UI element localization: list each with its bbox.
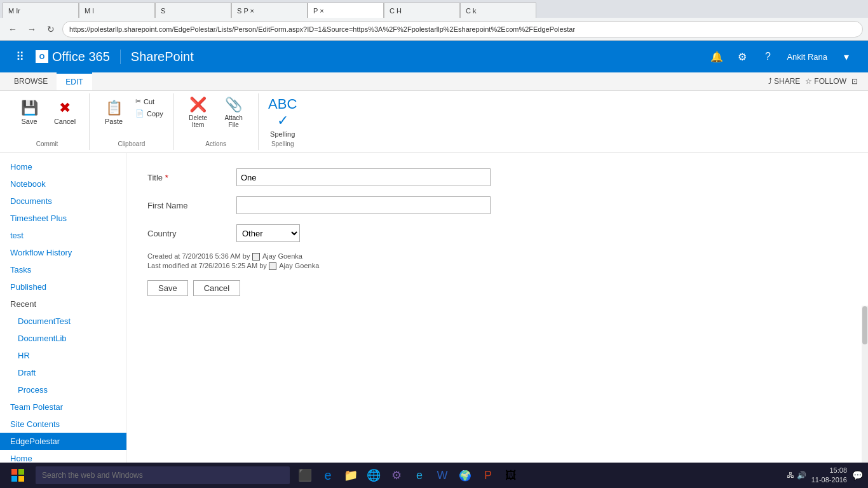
file-explorer-icon[interactable]: 📁 bbox=[341, 465, 361, 485]
address-bar[interactable] bbox=[62, 21, 863, 37]
sidebar-item-documentlib[interactable]: DocumentLib bbox=[0, 330, 126, 347]
sidebar-item-tasks[interactable]: Tasks bbox=[0, 261, 126, 278]
scrollbar-thumb[interactable] bbox=[862, 306, 867, 344]
star-icon: ☆ bbox=[805, 77, 812, 86]
sidebar-item-hr[interactable]: HR bbox=[0, 347, 126, 364]
chrome-icon[interactable]: 🌐 bbox=[363, 465, 384, 485]
spelling-button[interactable]: ABC✓ Spelling bbox=[266, 96, 299, 138]
taskbar: ⬛ e 📁 🌐 ⚙ e W 🌍 P 🖼 🖧 🔊 15:08 11-08-2016… bbox=[0, 463, 868, 488]
sidebar-item-process[interactable]: Process bbox=[0, 381, 126, 398]
actions-label: Actions bbox=[205, 139, 226, 147]
scrollbar-track[interactable] bbox=[862, 306, 868, 488]
ribbon-content: 💾 Save ✖ Cancel Commit 📋 Paste ✂ bbox=[0, 91, 868, 152]
refresh-button[interactable]: ↻ bbox=[43, 22, 58, 37]
ribbon-group-actions: ❌ DeleteItem 📎 AttachFile Actions bbox=[174, 93, 259, 150]
browser-tab-mail2[interactable]: M l bbox=[79, 3, 155, 18]
browser-tab-active[interactable]: P × bbox=[308, 3, 384, 18]
browser-tab-ck[interactable]: C k bbox=[460, 3, 536, 18]
firstname-label: First Name bbox=[147, 201, 236, 210]
user-name[interactable]: Ankit Rana bbox=[782, 52, 832, 62]
sidebar-item-draft[interactable]: Draft bbox=[0, 364, 126, 381]
taskbar-date-value: 11-08-2016 bbox=[811, 475, 847, 485]
svg-rect-0 bbox=[11, 469, 17, 475]
svg-rect-2 bbox=[11, 476, 17, 482]
cut-icon: ✂ bbox=[135, 97, 141, 105]
sidebar-item-documenttest[interactable]: DocumentTest bbox=[0, 313, 126, 330]
content-area: Title * First Name Country Other USA UK … bbox=[127, 153, 868, 488]
tab-edit[interactable]: EDIT bbox=[57, 72, 92, 90]
form-cancel-button[interactable]: Cancel bbox=[193, 280, 240, 296]
ppt-icon[interactable]: P bbox=[478, 465, 498, 485]
sidebar-item-timesheet[interactable]: Timesheet Plus bbox=[0, 210, 126, 227]
sidebar-item-test[interactable]: test bbox=[0, 227, 126, 244]
form-save-button[interactable]: Save bbox=[147, 280, 188, 296]
sidebar-item-team[interactable]: Team Polestar bbox=[0, 398, 126, 416]
commit-buttons: 💾 Save ✖ Cancel bbox=[13, 96, 81, 138]
copy-icon: 📄 bbox=[135, 109, 144, 118]
vs-icon[interactable]: ⚙ bbox=[386, 465, 407, 485]
ie-icon[interactable]: e bbox=[409, 465, 430, 485]
sidebar-item-edge[interactable]: EdgePolestar bbox=[0, 433, 126, 450]
sidebar-item-home[interactable]: Home bbox=[0, 158, 126, 175]
sidebar-item-documents[interactable]: Documents bbox=[0, 193, 126, 210]
browser-tab-ch[interactable]: C H bbox=[384, 3, 460, 18]
browser-tab-s2[interactable]: S P × bbox=[231, 3, 308, 18]
delete-item-button[interactable]: ❌ DeleteItem bbox=[182, 96, 215, 129]
follow-button[interactable]: ☆ FOLLOW bbox=[805, 77, 846, 86]
help-button[interactable]: ? bbox=[756, 45, 779, 68]
sidebar-item-site-contents[interactable]: Site Contents bbox=[0, 416, 126, 433]
sidebar-section-recent: Recent bbox=[0, 295, 126, 313]
main-container: Home Notebook Documents Timesheet Plus t… bbox=[0, 153, 868, 488]
copy-button[interactable]: 📄 Copy bbox=[133, 108, 166, 119]
app-header: ⠿ O Office 365 SharePoint 🔔 ⚙ ? Ankit Ra… bbox=[0, 41, 868, 72]
save-ribbon-button[interactable]: 💾 Save bbox=[13, 96, 46, 129]
user-chevron-icon[interactable]: ▾ bbox=[835, 45, 858, 68]
sidebar-item-workflow[interactable]: Workflow History bbox=[0, 244, 126, 261]
country-select[interactable]: Other USA UK India Australia bbox=[236, 224, 300, 242]
form-actions: Save Cancel bbox=[147, 280, 848, 296]
taskbar-search[interactable] bbox=[36, 466, 290, 484]
waffle-icon[interactable]: ⠿ bbox=[10, 47, 29, 66]
edge-icon[interactable]: e bbox=[318, 465, 338, 485]
person-icon-modified bbox=[269, 262, 276, 270]
paste-button[interactable]: 📋 Paste bbox=[97, 96, 130, 129]
forward-button[interactable]: → bbox=[24, 22, 39, 37]
title-input[interactable] bbox=[236, 168, 491, 186]
photo-icon[interactable]: 🖼 bbox=[501, 465, 521, 485]
tab-browse[interactable]: BROWSE bbox=[5, 73, 57, 90]
notification-button[interactable]: 🔔 bbox=[705, 45, 728, 68]
task-view-icon[interactable]: ⬛ bbox=[295, 465, 315, 485]
app-brand: O Office 365 bbox=[36, 50, 121, 64]
office-logo-icon: O bbox=[36, 50, 48, 63]
header-right: 🔔 ⚙ ? Ankit Rana ▾ bbox=[705, 45, 858, 68]
actions-buttons: ❌ DeleteItem 📎 AttachFile bbox=[182, 96, 250, 138]
expand-ribbon-button[interactable]: ⊡ bbox=[851, 77, 858, 86]
notification-tray-icon[interactable]: 💬 bbox=[852, 470, 863, 480]
firstname-input[interactable] bbox=[236, 196, 491, 214]
word-icon[interactable]: W bbox=[432, 465, 452, 485]
product-name: SharePoint bbox=[131, 50, 194, 64]
browser-tab-s1[interactable]: S bbox=[155, 3, 231, 18]
ribbon-group-spelling: ABC✓ Spelling Spelling bbox=[259, 93, 307, 150]
settings-button[interactable]: ⚙ bbox=[731, 45, 754, 68]
share-button[interactable]: ⤴ SHARE bbox=[768, 77, 800, 86]
app-name: Office 365 bbox=[52, 50, 110, 64]
start-button[interactable] bbox=[5, 465, 31, 485]
clipboard-label: Clipboard bbox=[118, 139, 145, 147]
form-row-firstname: First Name bbox=[147, 196, 848, 214]
form-row-title: Title * bbox=[147, 168, 848, 186]
browser2-icon[interactable]: 🌍 bbox=[455, 465, 475, 485]
sidebar-item-notebook[interactable]: Notebook bbox=[0, 175, 126, 193]
required-star: * bbox=[165, 173, 168, 182]
sidebar: Home Notebook Documents Timesheet Plus t… bbox=[0, 153, 127, 488]
back-button[interactable]: ← bbox=[5, 22, 20, 37]
cancel-ribbon-button[interactable]: ✖ Cancel bbox=[48, 96, 81, 129]
cut-button[interactable]: ✂ Cut bbox=[133, 96, 166, 107]
browser-tab-mail1[interactable]: M Ir bbox=[3, 3, 79, 18]
country-label: Country bbox=[147, 229, 236, 238]
sidebar-item-published[interactable]: Published bbox=[0, 278, 126, 295]
taskbar-right: 🖧 🔊 15:08 11-08-2016 💬 bbox=[787, 466, 863, 485]
attach-file-button[interactable]: 📎 AttachFile bbox=[217, 96, 250, 129]
attach-icon: 📎 bbox=[225, 97, 242, 113]
form-meta: Created at 7/20/2016 5:36 AM by Ajay Goe… bbox=[147, 252, 848, 270]
